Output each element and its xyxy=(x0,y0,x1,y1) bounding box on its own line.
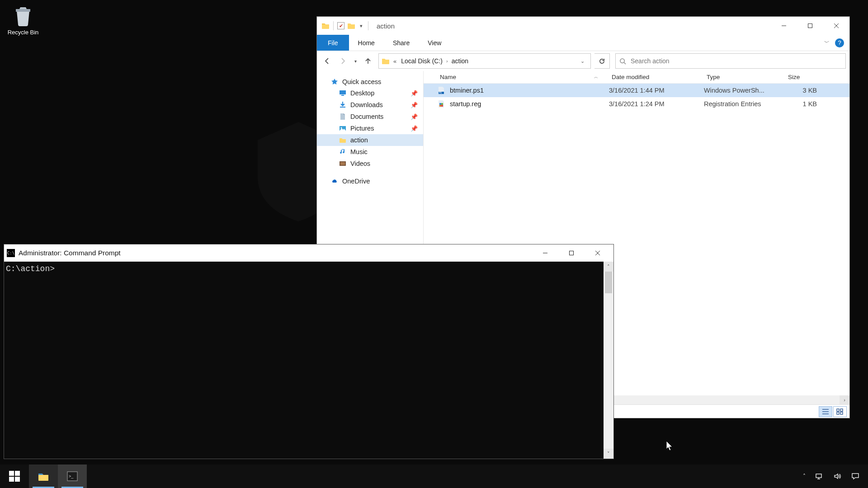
videos-icon xyxy=(339,160,347,167)
column-header-date[interactable]: Date modified xyxy=(609,74,704,80)
help-icon[interactable]: ? xyxy=(835,38,844,47)
nav-documents[interactable]: Documents📌 xyxy=(317,111,423,122)
search-input[interactable] xyxy=(631,57,842,65)
svg-text:>_: >_ xyxy=(69,474,74,479)
nav-recent-chevron-icon[interactable]: ▾ xyxy=(351,53,359,69)
explorer-titlebar[interactable]: ✔ ▾ action xyxy=(317,17,849,35)
breadcrumb-root-chevron-icon[interactable]: « xyxy=(392,58,398,65)
svg-rect-29 xyxy=(9,471,14,476)
breadcrumb-local-disk[interactable]: Local Disk (C:) xyxy=(399,57,444,65)
address-bar[interactable]: « Local Disk (C:) › action ⌄ xyxy=(378,53,591,69)
search-box[interactable] xyxy=(615,53,846,69)
maximize-button[interactable] xyxy=(797,17,823,35)
file-date: 3/16/2021 1:24 PM xyxy=(609,100,704,108)
qat-new-folder-icon[interactable] xyxy=(347,22,355,30)
svg-rect-26 xyxy=(570,251,574,255)
qat-customize-chevron-icon[interactable]: ▾ xyxy=(358,23,364,29)
cmd-scrollbar[interactable]: ˄ ˅ xyxy=(604,262,613,459)
nav-action[interactable]: action xyxy=(317,134,423,146)
scroll-thumb[interactable] xyxy=(605,272,612,293)
breadcrumb-separator-icon[interactable]: › xyxy=(445,58,449,64)
file-explorer-icon xyxy=(38,470,49,482)
tray-volume-icon[interactable] xyxy=(833,472,842,481)
command-prompt-window: C:\ Administrator: Command Prompt C:\act… xyxy=(4,244,614,459)
svg-rect-23 xyxy=(837,412,839,414)
navigation-bar: ▾ « Local Disk (C:) › action ⌄ xyxy=(317,51,849,71)
file-name: btminer.ps1 xyxy=(450,87,484,94)
svg-rect-1 xyxy=(808,24,812,28)
ribbon-tab-share[interactable]: Share xyxy=(384,35,419,51)
qat-properties-icon[interactable]: ✔ xyxy=(337,22,344,29)
ribbon-tab-file[interactable]: File xyxy=(317,35,349,51)
nav-videos[interactable]: Videos xyxy=(317,158,423,169)
scroll-down-button[interactable]: ˅ xyxy=(604,449,613,459)
column-header-name[interactable]: Name ︿ xyxy=(437,74,609,80)
svg-rect-30 xyxy=(15,471,20,476)
nav-music[interactable]: Music xyxy=(317,146,423,158)
svg-rect-35 xyxy=(816,474,821,478)
download-icon xyxy=(339,101,347,108)
svg-point-4 xyxy=(620,58,624,62)
cmd-output[interactable]: C:\action> xyxy=(4,262,604,459)
start-button[interactable] xyxy=(0,465,29,488)
svg-rect-22 xyxy=(840,409,843,411)
view-large-icons-button[interactable] xyxy=(833,406,847,417)
file-type-icon xyxy=(437,100,445,108)
nav-back-button[interactable] xyxy=(321,53,334,69)
svg-rect-16 xyxy=(439,105,441,107)
view-details-button[interactable] xyxy=(819,406,832,417)
file-row[interactable]: startup.reg3/16/2021 1:24 PMRegistration… xyxy=(424,97,849,111)
svg-rect-11 xyxy=(340,162,345,165)
refresh-button[interactable] xyxy=(594,53,610,69)
svg-rect-6 xyxy=(340,90,346,94)
pin-icon: 📌 xyxy=(410,125,418,132)
desktop-background[interactable]: Recycle Bin ✔ ▾ action File xyxy=(0,0,868,488)
nav-up-button[interactable] xyxy=(361,53,375,69)
ribbon-tab-view[interactable]: View xyxy=(419,35,450,51)
taskbar-command-prompt[interactable]: >_ xyxy=(58,465,87,488)
file-name: startup.reg xyxy=(450,100,481,108)
minimize-button[interactable] xyxy=(771,17,797,35)
svg-rect-21 xyxy=(837,409,839,411)
search-icon xyxy=(619,58,626,65)
taskbar-file-explorer[interactable] xyxy=(29,465,58,488)
mouse-cursor xyxy=(666,441,674,452)
nav-downloads[interactable]: Downloads📌 xyxy=(317,99,423,111)
pin-icon: 📌 xyxy=(410,90,418,97)
sort-indicator-icon: ︿ xyxy=(594,74,598,80)
scroll-right-button[interactable]: › xyxy=(840,395,849,404)
address-history-chevron-icon[interactable]: ⌄ xyxy=(577,58,588,64)
cmd-titlebar[interactable]: C:\ Administrator: Command Prompt xyxy=(4,244,613,262)
svg-rect-17 xyxy=(441,105,443,107)
ribbon-tab-home[interactable]: Home xyxy=(349,35,384,51)
ribbon: File Home Share View ﹀ ? xyxy=(317,35,849,51)
ribbon-expand-chevron-icon[interactable]: ﹀ xyxy=(824,39,830,47)
close-button[interactable] xyxy=(823,17,849,35)
column-headers[interactable]: Name ︿ Date modified Type Size xyxy=(424,71,849,84)
cmd-maximize-button[interactable] xyxy=(558,244,585,262)
nav-desktop[interactable]: Desktop📌 xyxy=(317,87,423,99)
tray-network-icon[interactable] xyxy=(815,472,824,481)
nav-onedrive[interactable]: OneDrive xyxy=(317,176,423,187)
nav-quick-access[interactable]: Quick access xyxy=(317,76,423,87)
cmd-close-button[interactable] xyxy=(585,244,611,262)
tray-action-center-icon[interactable] xyxy=(851,472,860,481)
breadcrumb-action[interactable]: action xyxy=(450,57,470,65)
nav-pictures[interactable]: Pictures📌 xyxy=(317,122,423,134)
tray-overflow-chevron-icon[interactable]: ˄ xyxy=(803,473,806,479)
desktop-icon xyxy=(339,89,347,97)
svg-line-5 xyxy=(624,62,626,64)
nav-forward-button[interactable] xyxy=(336,53,349,69)
window-title: action xyxy=(374,22,395,30)
column-header-size[interactable]: Size xyxy=(785,74,817,80)
scroll-up-button[interactable]: ˄ xyxy=(604,262,613,272)
file-type: Registration Entries xyxy=(704,100,785,108)
file-size: 1 KB xyxy=(785,100,817,108)
column-header-type[interactable]: Type xyxy=(704,74,785,80)
cmd-title-text: Administrator: Command Prompt xyxy=(19,249,121,257)
file-row[interactable]: PSbtminer.ps13/16/2021 1:44 PMWindows Po… xyxy=(424,84,849,97)
windows-logo-icon xyxy=(9,470,20,482)
cmd-minimize-button[interactable] xyxy=(532,244,558,262)
recycle-bin-desktop-icon[interactable]: Recycle Bin xyxy=(5,5,41,36)
svg-rect-7 xyxy=(341,95,344,96)
